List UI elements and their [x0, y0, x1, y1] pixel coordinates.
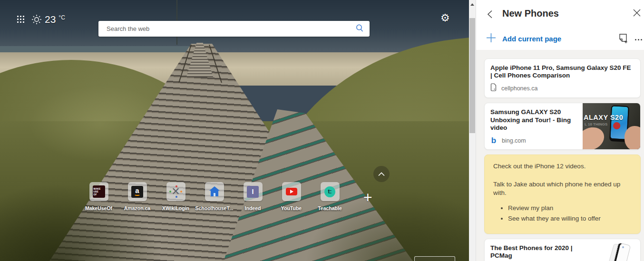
collections-body: Apple iPhone 11 Pro, Samsung Galaxy S20 … [476, 50, 644, 261]
makeuseof-icon: MAKE USE OF [93, 185, 105, 198]
collection-item-cellphones[interactable]: Apple iPhone 11 Pro, Samsung Galaxy S20 … [484, 58, 641, 98]
scroll-to-top-button[interactable] [373, 166, 390, 182]
sun-icon [31, 14, 42, 27]
weather-temperature: 23 [45, 13, 56, 26]
thumbnail-caption: ALAXY S20 [584, 114, 623, 121]
collection-item-pcmag[interactable]: The Best Phones for 2020 | PCMag PC pcma… [484, 239, 641, 261]
scrollbar-up-arrow-icon[interactable] [470, 3, 474, 6]
quick-link-label: MakeUseOf [85, 205, 112, 211]
quick-link-label: XWikiLogin [162, 205, 189, 211]
quick-link-youtube[interactable]: YouTube [272, 182, 311, 211]
add-current-page-button[interactable]: Add current page [486, 33, 561, 45]
image-attribution-button[interactable] [414, 256, 455, 261]
quick-links-row: MAKE USE OF MakeUseOf a Amazon.ca ✕ XWik… [79, 182, 349, 211]
quick-link-label: SchoolhouseT... [195, 205, 234, 211]
quick-link-label: Amazon.ca [124, 205, 150, 211]
more-options-icon[interactable] [633, 37, 644, 42]
youtube-icon [286, 188, 297, 195]
new-tab-page: 23 °C ⚙ MAKE USE OF MakeUseOf a Amazon.c… [0, 0, 476, 261]
quick-link-label: Indeed [245, 205, 261, 211]
quick-link-teachable[interactable]: t: Teachable [311, 182, 349, 211]
quick-link-indeed[interactable]: I Indeed [234, 182, 272, 211]
search-input[interactable] [107, 25, 351, 32]
quick-link-label: Teachable [318, 205, 342, 211]
back-icon[interactable] [486, 10, 496, 20]
collection-note[interactable]: Check out the iPhone 12 videos. Talk to … [484, 155, 641, 234]
collection-title: New Phones [502, 8, 559, 19]
close-icon[interactable] [633, 9, 642, 18]
quick-link-amazon[interactable]: a Amazon.ca [118, 182, 156, 211]
search-bar[interactable] [98, 21, 370, 37]
plus-icon [486, 33, 496, 45]
settings-gear-icon[interactable]: ⚙ [440, 13, 450, 23]
apps-grid-icon[interactable] [17, 16, 25, 24]
note-bullet-list: Review my plan See what they are willing… [493, 204, 634, 223]
item-domain: cellphones.ca [501, 85, 537, 92]
amazon-icon: a [131, 186, 143, 198]
indeed-icon: I [247, 186, 259, 198]
xwiki-icon: ✕ [171, 186, 180, 197]
item-title: The Best Phones for 2020 | PCMag [490, 244, 593, 260]
bing-favicon: b [490, 137, 497, 145]
background-photo [0, 0, 469, 261]
add-site-plus-icon[interactable]: + [363, 190, 372, 205]
item-title: Samsung GALAXY S20 Unboxing and Tour! - … [490, 108, 577, 132]
quick-link-xwiki[interactable]: ✕ XWikiLogin [156, 182, 195, 211]
schoolhouse-icon [209, 186, 220, 197]
quick-link-makeuseof[interactable]: MAKE USE OF MakeUseOf [79, 182, 118, 211]
cellphones-favicon [490, 83, 497, 93]
note-bullet: See what they are willing to offer [508, 214, 634, 223]
item-title: Apple iPhone 11 Pro, Samsung Galaxy S20 … [490, 64, 634, 79]
add-note-icon[interactable] [617, 33, 629, 44]
note-line: Talk to Jake about which phone he ended … [493, 180, 634, 197]
teachable-icon: t: [324, 186, 335, 197]
item-domain: bing.com [502, 137, 526, 144]
add-current-page-label: Add current page [502, 35, 561, 43]
video-thumbnail: ALAXY S20 L 10 THINGS [583, 103, 640, 149]
quick-link-label: YouTube [281, 205, 302, 211]
note-line: Check out the iPhone 12 videos. [493, 162, 634, 171]
quick-link-schoolhouse[interactable]: SchoolhouseT... [195, 182, 234, 211]
page-scrollbar[interactable] [469, 0, 476, 261]
collections-panel: New Phones Add current page Apple [476, 0, 644, 261]
pcmag-thumbnail [595, 241, 638, 261]
search-icon[interactable] [355, 24, 364, 34]
collection-item-bing-video[interactable]: Samsung GALAXY S20 Unboxing and Tour! - … [484, 103, 641, 150]
note-bullet: Review my plan [508, 204, 634, 213]
weather-unit: °C [59, 14, 65, 21]
collections-header: New Phones Add current page [476, 0, 644, 50]
scrollbar-thumb[interactable] [469, 18, 475, 133]
weather-widget[interactable]: 23 °C [31, 13, 65, 27]
thumbnail-subcaption: L 10 THINGS [585, 122, 607, 126]
